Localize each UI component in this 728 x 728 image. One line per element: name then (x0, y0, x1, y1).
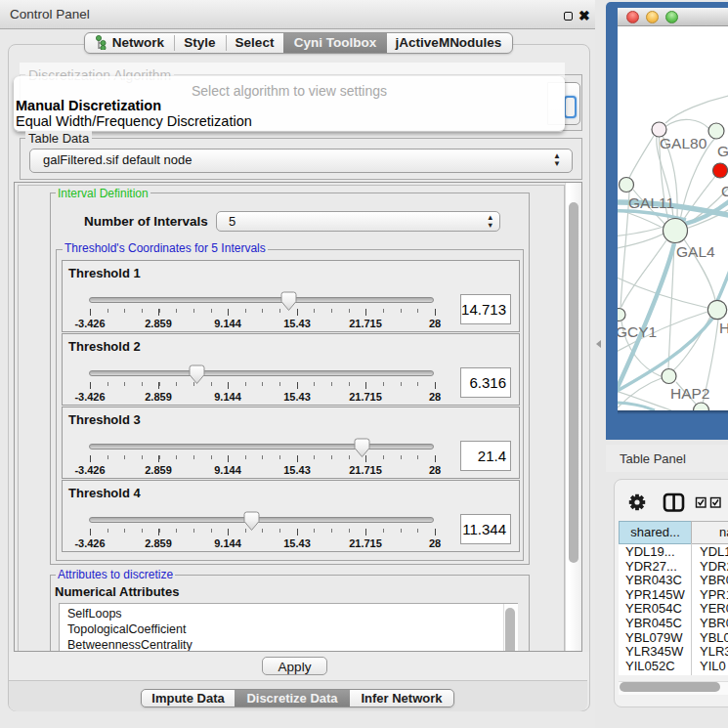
svg-text:GAL80: GAL80 (660, 135, 707, 151)
svg-text:HAP2: HAP2 (670, 385, 710, 402)
svg-text:H: H (719, 320, 728, 336)
svg-text:GAL11: GAL11 (628, 194, 674, 211)
svg-text:GCY1: GCY1 (618, 323, 657, 340)
svg-text:GAL4: GAL4 (676, 243, 715, 260)
svg-text:C: C (721, 183, 728, 199)
svg-text:GA: GA (717, 143, 728, 159)
